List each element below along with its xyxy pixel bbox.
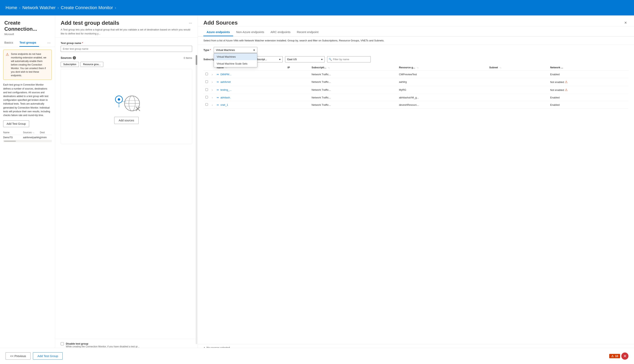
row-sub-1: Network Traffic...	[309, 71, 397, 78]
row-sub-3: Network Traffic...	[309, 86, 397, 94]
table-head: Name ↑↓ IP Subscripti... ↑↓ Resource g..…	[203, 64, 628, 71]
col-subnet-header[interactable]: Subnet ↑↓	[487, 64, 548, 71]
table-wrapper: Name ↑↓ IP Subscripti... ↑↓ Resource g..…	[198, 64, 634, 344]
type-option-vmss[interactable]: Virtual Machine Scale Sets	[214, 60, 257, 67]
warning-badge-count: 10	[615, 354, 618, 358]
sidebar: Create Connection... Microsoft Basics Te…	[0, 16, 55, 364]
table-row[interactable]: › ⇔ vnet_1 Network Traffic... deveshReso…	[203, 101, 628, 108]
scrollbar-thumb[interactable]	[4, 140, 16, 142]
vm-icon-2: ⇔	[217, 80, 219, 84]
row-name-3[interactable]: ⇔ testing_...	[217, 88, 231, 91]
table-header-row: Name ↑↓ IP Subscripti... ↑↓ Resource g..…	[203, 64, 628, 71]
type-dropdown-button[interactable]: Virtual Machines ▼	[214, 47, 257, 53]
sidebar-info-text: Each test group in Connection Monitor de…	[3, 83, 52, 117]
tab-arc-endpoints[interactable]: ARC endpoints	[267, 28, 294, 36]
tab-recent-endpoint[interactable]: Recent endpoint	[294, 28, 322, 36]
row-name-2[interactable]: ⇔ aahilvnet	[217, 80, 231, 84]
middle-panel: ··· Add test group details A Test group …	[55, 16, 198, 364]
global-footer: << Previous Add Test Group ⚠ 10 ✕	[0, 348, 634, 364]
col-checkbox	[203, 64, 210, 71]
breadcrumb-network-watcher[interactable]: Network Watcher	[23, 5, 56, 10]
sidebar-more-icon[interactable]: ···	[47, 39, 51, 47]
expand-icon-4[interactable]: ›	[212, 96, 213, 99]
right-header: Add Sources ×	[198, 16, 634, 26]
disable-checkbox[interactable]	[61, 342, 64, 346]
type-option-vm[interactable]: Virtual Machines	[214, 53, 257, 60]
filter-by-name-input[interactable]	[327, 56, 371, 62]
error-badge[interactable]: ✕	[621, 352, 628, 360]
col-sources: Sources ↑↓	[23, 131, 40, 134]
region-dropdown[interactable]: East US ▼	[285, 56, 325, 62]
row-checkbox-1[interactable]	[205, 73, 208, 75]
sources-filter-tabs: Subscription Resource grou...	[61, 62, 192, 67]
expand-icon-2[interactable]: ›	[212, 81, 213, 83]
sort-icon-sources: ↑↓	[32, 132, 34, 134]
row-ip-3	[285, 86, 309, 94]
sources-title: Sources i	[61, 56, 76, 60]
sort-arrows-rg[interactable]: ↑↓	[417, 66, 419, 69]
breadcrumb-sep-1: ›	[19, 6, 21, 10]
tab-test-groups[interactable]: Test groups	[20, 39, 39, 47]
row-checkbox-5[interactable]	[205, 103, 208, 106]
table-row[interactable]: › ⇔ DtlNPM... Network Traffic... CMPrevi…	[203, 71, 628, 78]
add-test-group-button[interactable]: Add Test Group	[3, 120, 29, 127]
table-row[interactable]: › ⇔ testing_... Network Traffic... MyRG …	[203, 86, 628, 94]
row-name-5[interactable]: ⇔ vnet_1	[217, 104, 228, 106]
breadcrumb-sep-3: ›	[115, 6, 116, 10]
expand-icon-1[interactable]: ›	[212, 73, 213, 76]
row-subnet-2	[487, 78, 548, 86]
expand-icon-3[interactable]: ›	[212, 89, 213, 91]
add-sources-title: Add Sources	[203, 20, 238, 26]
col-ip-header[interactable]: IP	[285, 64, 309, 71]
middle-scroll-thumb[interactable]	[196, 55, 197, 65]
breadcrumb-home[interactable]: Home	[6, 5, 17, 10]
vm-icon-5: ⇔	[217, 104, 219, 106]
type-dropdown[interactable]: Virtual Machines ▼ Virtual Machines Virt…	[214, 47, 257, 53]
warning-badge-icon: ⚠	[611, 354, 614, 358]
col-resource-group-header[interactable]: Resource g... ↑↓	[397, 64, 487, 71]
middle-scrollbar[interactable]	[196, 55, 197, 344]
sources-tab-subscription[interactable]: Subscription	[61, 62, 79, 67]
type-dropdown-menu: Virtual Machines Virtual Machine Scale S…	[214, 53, 257, 67]
table-row[interactable]: › ⇔ aahilvnet Network Traffic... aahilrg…	[203, 78, 628, 86]
horizontal-scrollbar[interactable]	[3, 140, 52, 142]
col-network-header[interactable]: Network ...	[548, 64, 628, 71]
row-subnet-4	[487, 94, 548, 101]
row-rg-4: abhilashaVM_g...	[397, 94, 487, 101]
warning-badge[interactable]: ⚠ 10	[609, 354, 620, 358]
row-rg-2: aahilrg	[397, 78, 487, 86]
row-rg-1: CMPreviewTest	[397, 71, 487, 78]
previous-button[interactable]: << Previous	[6, 352, 31, 360]
row-sub-5: Network Traffic...	[309, 101, 397, 108]
add-test-group-footer-button[interactable]: Add Test Group	[33, 352, 63, 360]
row-name: DemoTG	[3, 136, 23, 139]
warning-box: ⚠ Some endpoints do not have monitoring …	[3, 50, 52, 80]
sidebar-subtitle: Microsoft	[4, 33, 51, 36]
test-group-name-input[interactable]	[61, 46, 192, 52]
col-subscription-header[interactable]: Subscripti... ↑↓	[309, 64, 397, 71]
filter-input-wrap: 🔍	[327, 56, 371, 62]
middle-body: Test group name * Sources i 0 Items Subs…	[55, 38, 198, 339]
table-row[interactable]: DemoTG aahilvnet(aahilrg) Anim	[3, 135, 52, 140]
sort-arrows-sub[interactable]: ↑↓	[328, 66, 330, 69]
add-sources-button[interactable]: Add sources	[114, 117, 139, 124]
col-name: Name	[3, 131, 23, 134]
tab-basics[interactable]: Basics	[4, 39, 16, 47]
row-checkbox-2[interactable]	[205, 80, 208, 83]
sources-info-icon[interactable]: i	[73, 56, 76, 60]
row-checkbox-4[interactable]	[205, 96, 208, 98]
table-row[interactable]: › ⇔ abhilash. Network Traffic... abhilas…	[203, 94, 628, 101]
tab-azure-endpoints[interactable]: Azure endpoints	[203, 28, 233, 36]
middle-more-icon[interactable]: ···	[189, 20, 192, 25]
row-name-4[interactable]: ⇔ abhilash.	[217, 96, 231, 99]
row-rg-3: MyRG	[397, 86, 487, 94]
row-checkbox-3[interactable]	[205, 88, 208, 91]
row-name-1[interactable]: ⇔ DtlNPM...	[217, 73, 231, 76]
sort-arrows-subnet[interactable]: ↑↓	[500, 66, 502, 69]
sources-tab-resource-group[interactable]: Resource grou...	[81, 62, 103, 67]
sidebar-table-header: Name Sources ↑↓ Dest	[3, 130, 52, 135]
row-network-1: Enabled	[548, 71, 628, 78]
expand-icon-5[interactable]: ›	[212, 104, 213, 106]
close-button[interactable]: ×	[623, 20, 628, 26]
tab-non-azure-endpoints[interactable]: Non-Azure endpoints	[233, 28, 267, 36]
